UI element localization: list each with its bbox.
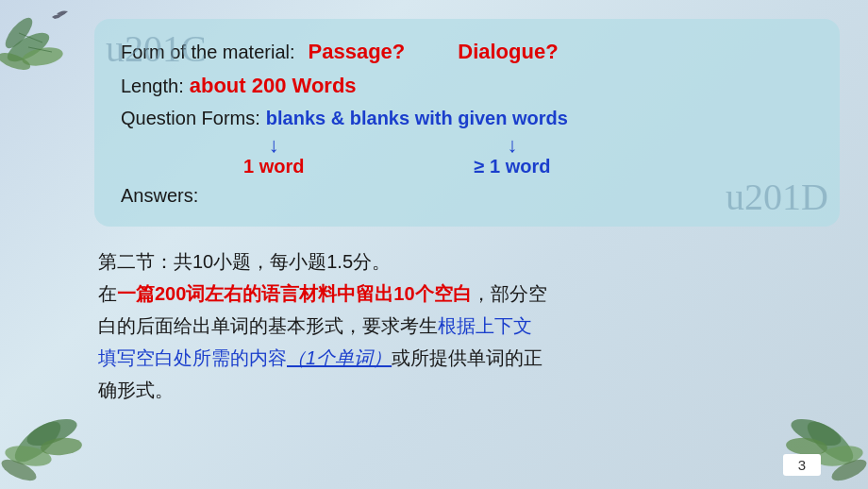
form-row: Form of the material: Passage? Dialogue? <box>121 40 813 64</box>
length-label: Length: <box>121 76 184 97</box>
answers-label: Answers: <box>121 185 198 207</box>
main-content: Form of the material: Passage? Dialogue?… <box>94 19 840 470</box>
answers-row: Answers: <box>121 185 813 207</box>
dialogue-option: Dialogue? <box>458 40 558 64</box>
question-forms-row: Question Forms: blanks & blanks with giv… <box>121 108 813 129</box>
arrow-1word: ↓ <box>269 135 279 156</box>
length-row: Length: about 200 Words <box>121 74 813 98</box>
bottom-line1: 第二节：共10小题，每小题1.5分。 <box>98 245 840 278</box>
length-value: about 200 Words <box>190 74 357 98</box>
page-number: 3 <box>783 454 821 476</box>
arrow-ge1word: ↓ <box>507 135 517 156</box>
passage-option: Passage? <box>309 40 406 64</box>
bottom-line2: 在一篇200词左右的语言材料中留出10个空白，部分空 <box>98 278 840 310</box>
plant-topleft-decoration <box>0 0 104 94</box>
blanks-text: blanks & blanks with given words <box>266 108 568 129</box>
form-label: Form of the material: <box>121 42 295 63</box>
bottom-line5: 确形式。 <box>98 374 840 406</box>
info-box: Form of the material: Passage? Dialogue?… <box>94 19 840 227</box>
bottom-line3: 白的后面给出单词的基本形式，要求考生根据上下文 <box>98 310 840 342</box>
bottom-text-block: 第二节：共10小题，每小题1.5分。 在一篇200词左右的语言材料中留出10个空… <box>94 245 840 406</box>
one-word-answer: 1 word <box>243 156 304 177</box>
ge-one-word-answer: ≥ 1 word <box>474 156 550 177</box>
question-label: Question Forms: <box>121 108 260 129</box>
bottom-line4: 填写空白处所需的内容（1个单词）或所提供单词的正 <box>98 342 840 374</box>
